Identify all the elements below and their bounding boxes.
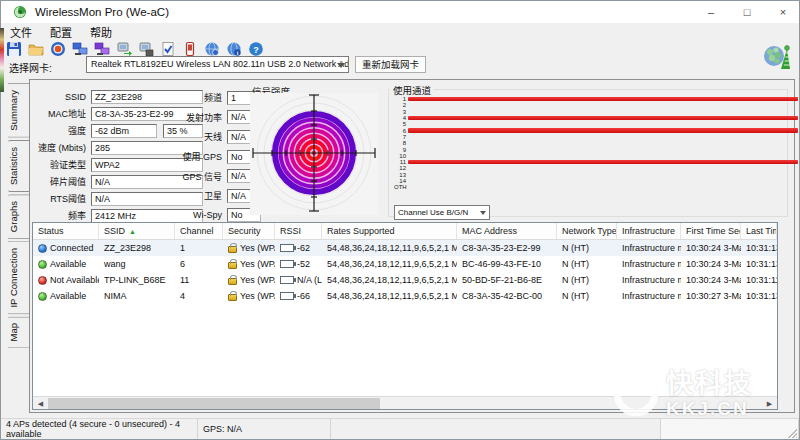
rssi-value: -66 [297, 288, 310, 304]
field-label: Wi-Spy [176, 210, 222, 220]
col-rates[interactable]: Rates Supported [322, 223, 457, 239]
tab-graphs[interactable]: Graphs [8, 194, 30, 239]
gps-device-icon[interactable] [181, 41, 198, 57]
help-icon[interactable]: ? [247, 41, 264, 57]
globe-info-icon[interactable]: i [225, 41, 242, 57]
col-channel[interactable]: Channel [175, 223, 223, 239]
menu-help[interactable]: 帮助 [81, 23, 121, 41]
col-last-seen[interactable]: Last Time S [741, 223, 777, 239]
channel-label: 2 [394, 102, 406, 108]
menu-config[interactable]: 配置 [41, 23, 81, 41]
channel-label: 13 [394, 172, 406, 178]
channel-usage-title: 使用通道 [390, 83, 434, 97]
maximize-button[interactable]: □ [739, 6, 755, 18]
tab-strip: Summary Statistics Graphs IP Connection … [7, 83, 30, 351]
field-label: 验证类型 [30, 158, 86, 171]
field-label: 频率 [30, 209, 86, 222]
svg-text:?: ? [253, 45, 259, 55]
network-type-cell: N (HT) [557, 256, 617, 272]
field-label: 频道 [176, 91, 222, 104]
adapter-dropdown[interactable]: Realtek RTL8192EU Wireless LAN 802.11n U… [86, 56, 349, 73]
last-seen-cell: 10:31:13 3... [741, 288, 777, 304]
infrastructure-cell: Infrastructure mo... [617, 240, 681, 256]
rssi-cell: -62 [275, 240, 322, 256]
field-label: RTS阈值 [30, 192, 86, 205]
scroll-left-icon[interactable]: ◀ [34, 398, 47, 409]
channel-label: 11 [394, 159, 406, 165]
table-header: Status SSID ▲ Channel Security RSSI Rate… [33, 223, 777, 240]
channel-label: 14 [394, 178, 406, 184]
first-seen-cell: 10:30:24 3-May-... [681, 240, 741, 256]
open-folder-icon[interactable] [27, 41, 44, 57]
table-row[interactable]: Available NIMA 4 Yes (WPA... -66 54,48,3… [33, 288, 777, 304]
mac-cell: C8-3A-35-23-E2-99 [457, 240, 557, 256]
col-rssi[interactable]: RSSI [275, 223, 322, 239]
rssi-value: N/A (L... [297, 272, 322, 288]
col-network-type[interactable]: Network Type [557, 223, 617, 239]
close-button[interactable]: × [775, 6, 791, 18]
tab-statistics[interactable]: Statistics [8, 140, 30, 192]
ssid-cell: TP-LINK_B68E [99, 272, 175, 288]
network-copy-purple-icon[interactable] [93, 41, 110, 57]
sort-ascending-icon: ▲ [129, 223, 136, 239]
ap-table: Status SSID ▲ Channel Security RSSI Rate… [32, 222, 778, 410]
horizontal-scrollbar[interactable]: ◀ ▶ [33, 396, 777, 409]
channel-label: 10 [394, 153, 406, 159]
col-first-seen[interactable]: First Time Seen [681, 223, 741, 239]
report-check-icon[interactable] [159, 41, 176, 57]
computer-log-icon[interactable] [137, 41, 154, 57]
status-dot-icon [38, 292, 47, 301]
resize-grip[interactable] [785, 426, 797, 438]
signal-battery-icon [280, 276, 294, 284]
minimize-button[interactable]: – [703, 6, 719, 18]
field-label: GPS 信号 [176, 170, 222, 183]
status-dot-icon [38, 244, 47, 253]
ssid-cell: wang [99, 256, 175, 272]
chevron-down-icon [337, 63, 345, 68]
table-row[interactable]: Available wang 6 Yes (WPA2) -52 54,48,36… [33, 256, 777, 272]
tab-summary[interactable]: Summary [7, 83, 30, 138]
globe-icon[interactable] [203, 41, 220, 57]
record-icon[interactable] [49, 41, 66, 57]
status-aps: 4 APs detected (4 secure - 0 unsecured) … [1, 419, 198, 439]
channel-label: 3 [394, 109, 406, 115]
signal-battery-icon [280, 260, 294, 268]
security-cell: Yes (WPA2) [223, 240, 275, 256]
table-row[interactable]: Connected ZZ_23E298 1 Yes (WPA2) -62 54,… [33, 240, 777, 256]
field-label: 发射功率 [176, 111, 222, 124]
scroll-right-icon[interactable]: ▶ [763, 398, 776, 409]
col-infrastructure[interactable]: Infrastructure [617, 223, 681, 239]
col-mac[interactable]: MAC Address [457, 223, 557, 239]
rates-cell: 54,48,36,24,18,12,11,9,6,5,2,1 Mb/s [322, 272, 457, 288]
last-seen-cell: 10:31:11 3... [741, 272, 777, 288]
status-cell: Not Available [33, 272, 99, 288]
field-value: -62 dBm [91, 124, 157, 138]
computer-export-icon[interactable] [115, 41, 132, 57]
channel-label: 7 [394, 134, 406, 140]
save-icon[interactable] [5, 41, 22, 57]
channel-label: 9 [394, 147, 406, 153]
tab-map[interactable]: Map [8, 316, 30, 348]
col-ssid[interactable]: SSID ▲ [99, 223, 175, 239]
scrollbar-thumb[interactable] [48, 398, 380, 409]
channel-cell: 6 [175, 256, 223, 272]
channel-usage-bar [408, 160, 798, 165]
col-status[interactable]: Status [33, 223, 99, 239]
security-cell: Yes (WPA2) [223, 256, 275, 272]
rssi-cell: -66 [275, 288, 322, 304]
status-cell: Connected [33, 240, 99, 256]
app-window: WirelessMon Pro (We-aC) – □ × 文件 配置 帮助 i… [0, 0, 800, 440]
col-security[interactable]: Security [223, 223, 275, 239]
reload-adapter-button[interactable]: 重新加载网卡 [355, 56, 426, 73]
channel-label: 5 [394, 121, 406, 127]
field-label: 卫星 [176, 189, 222, 202]
mac-cell: BC-46-99-43-FE-10 [457, 256, 557, 272]
menu-file[interactable]: 文件 [1, 23, 41, 41]
tab-ip-connection[interactable]: IP Connection [8, 241, 30, 315]
channel-use-dropdown[interactable]: Channel Use B/G/N [394, 205, 490, 220]
network-copy-blue-icon[interactable] [71, 41, 88, 57]
table-row[interactable]: Not Available TP-LINK_B68E 11 Yes (WPA2)… [33, 272, 777, 288]
channel-label: 8 [394, 140, 406, 146]
channel-row: OTH [394, 184, 798, 190]
ssid-cell: NIMA [99, 288, 175, 304]
